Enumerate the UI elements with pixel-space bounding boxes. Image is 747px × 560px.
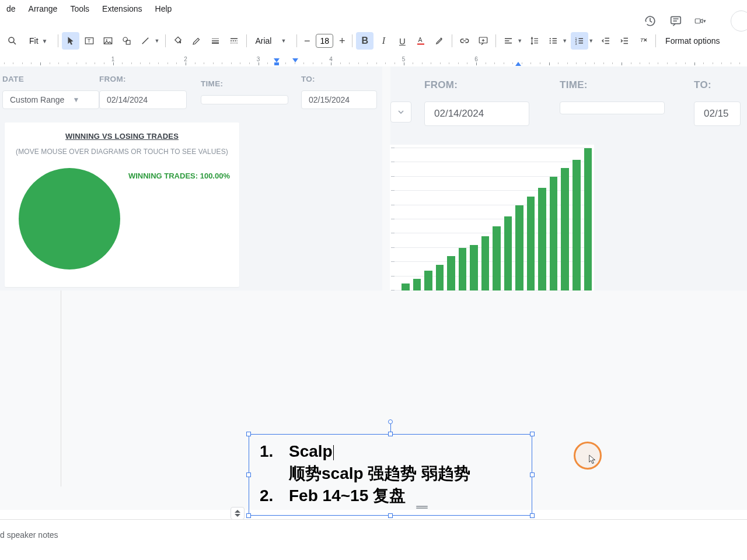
history-icon[interactable] [643,14,657,28]
line-spacing-icon[interactable] [526,32,543,50]
bar [493,226,501,290]
search-icon[interactable] [4,32,21,50]
separator [58,34,58,47]
comments-icon[interactable] [669,14,683,28]
menu-item-tools[interactable]: Tools [64,1,96,17]
text-cursor [333,445,334,460]
resize-handle-ml[interactable] [246,473,251,477]
speaker-notes-placeholder: d speaker notes [0,530,747,540]
font-size-group: − + [301,34,348,48]
separator [352,34,352,47]
textbox-tool[interactable]: T [81,32,98,50]
resize-handle-mr[interactable] [530,473,535,477]
label-time: TIME: [201,79,301,88]
card-subtitle: (MOVE MOUSE OVER DIAGRAMS OR TOUCH TO SE… [5,141,239,156]
border-weight-icon[interactable] [207,32,224,50]
shape-tool[interactable] [118,32,135,50]
present-icon[interactable]: ▾ [694,14,708,28]
separator [246,34,247,47]
label-to: TO: [301,75,377,83]
italic-button[interactable]: I [375,32,392,50]
time-input-right[interactable] [560,102,665,114]
fill-color-icon[interactable] [169,32,187,50]
date-range-select[interactable]: Custom Range ▼ [2,90,99,109]
clear-format-icon[interactable]: T [634,32,652,50]
bar [550,177,558,290]
separator [655,34,656,47]
menu-item-extensions[interactable]: Extensions [96,1,148,17]
bar-chart [390,145,594,290]
decrease-indent-icon[interactable] [597,32,615,50]
increase-indent-icon[interactable] [616,32,633,50]
numbered-list-icon[interactable]: 123 [571,32,588,50]
rotation-handle[interactable] [388,419,393,424]
ruler[interactable]: 123456 [0,56,747,66]
resize-handle-tm[interactable] [388,432,393,436]
resize-handle-bl[interactable] [246,513,251,518]
resize-handle-bm[interactable] [388,513,393,518]
line-tool[interactable] [137,32,154,50]
bar [504,216,512,290]
separator [165,34,166,47]
svg-point-31 [550,40,551,41]
bold-button[interactable]: B [356,32,374,50]
underline-button[interactable]: U [393,32,411,50]
menu-item-arrange[interactable]: Arrange [22,1,64,17]
menu-item-slide[interactable]: de [0,1,22,17]
font-size-input[interactable] [316,34,333,48]
chevron-down-icon[interactable]: ▼ [154,38,162,44]
resize-handle-tr[interactable] [530,432,535,436]
resize-handle-br[interactable] [530,513,535,518]
menu-item-help[interactable]: Help [149,1,179,17]
chevron-down-icon[interactable]: ▼ [588,38,596,44]
bar [481,236,490,290]
text-box-selected[interactable]: 1.Scalp 顺势scalp 强趋势 弱趋势 2.Feb 14~15 复盘 [249,434,532,516]
to-date-input-right[interactable]: 02/15 [694,102,741,126]
border-color-icon[interactable] [188,32,205,50]
card-title: WINNING VS LOSING TRADES [5,123,239,141]
svg-text:T: T [88,38,90,44]
pie-chart [19,168,120,270]
bar [459,248,467,290]
autofit-toggle[interactable] [231,507,245,520]
separator [296,34,297,47]
chevron-down-icon: ▼ [42,38,48,44]
bulleted-list-icon[interactable] [544,32,562,50]
format-options-button[interactable]: Format options [659,36,725,46]
decrease-font-button[interactable]: − [301,34,313,47]
bar [424,271,432,290]
align-icon[interactable] [500,32,517,50]
from-date-input[interactable]: 02/14/2024 [99,90,187,109]
speaker-notes[interactable]: d speaker notes [0,519,747,560]
insert-link-icon[interactable] [456,32,473,50]
highlight-color-icon[interactable] [431,32,448,50]
label-from-right: FROM: [424,79,560,91]
notes-resize-handle[interactable] [416,505,423,509]
svg-point-30 [550,38,551,39]
header-icons: ▾ [643,10,741,32]
to-date-input[interactable]: 02/15/2024 [301,90,377,109]
border-dash-icon[interactable] [225,32,243,50]
chevron-down-icon[interactable]: ▼ [562,38,570,44]
mouse-cursor-icon [587,454,598,467]
insert-comment-icon[interactable] [474,32,492,50]
image-tool[interactable] [99,32,117,50]
chevron-down-icon[interactable]: ▼ [517,38,525,44]
date-range-value: Custom Range [10,95,64,104]
text-color-icon[interactable]: A [412,32,430,50]
select-tool[interactable] [62,32,79,50]
time-input[interactable] [201,95,288,104]
avatar[interactable] [731,10,747,32]
bar [436,265,444,290]
chevron-down-icon: ▼ [281,38,288,44]
date-range-select-right[interactable] [390,102,411,123]
increase-font-button[interactable]: + [336,34,348,47]
bar [413,279,421,290]
font-select[interactable]: Arial ▼ [250,36,293,46]
from-date-input-right[interactable]: 02/14/2024 [424,102,529,126]
text-content[interactable]: 1.Scalp 顺势scalp 强趋势 弱趋势 2.Feb 14~15 复盘 [249,435,532,512]
resize-handle-tl[interactable] [246,432,251,436]
slide-canvas[interactable]: DATE Custom Range ▼ FROM: 02/14/2024 TIM… [0,66,747,510]
zoom-select[interactable]: Fit ▼ [26,36,51,46]
svg-point-10 [123,37,128,42]
